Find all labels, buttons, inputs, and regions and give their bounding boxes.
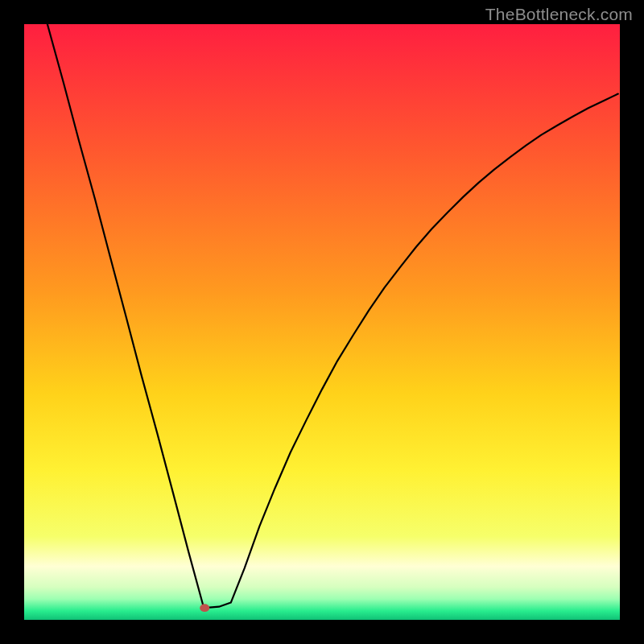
chart-plot-area xyxy=(24,24,620,620)
watermark-text: TheBottleneck.com xyxy=(485,5,633,24)
chart-background xyxy=(24,24,620,620)
chart-marker-dot xyxy=(200,604,209,612)
chart-svg xyxy=(24,24,620,620)
